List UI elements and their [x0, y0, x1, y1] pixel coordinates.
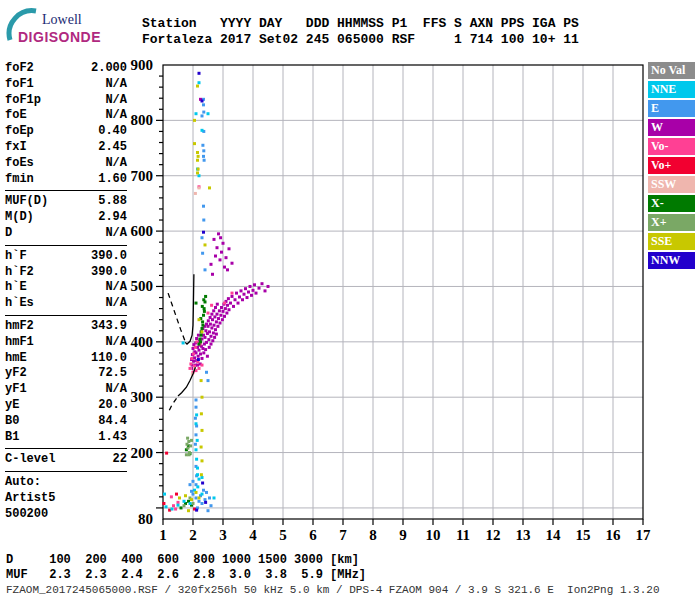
echo-point: [241, 298, 244, 301]
echo-point: [206, 355, 209, 358]
echo-point: [201, 305, 204, 308]
x-tick-label: 12: [486, 527, 501, 543]
legend-item: Vo-: [648, 138, 695, 155]
echo-point: [215, 333, 218, 336]
echo-point: [201, 502, 204, 505]
echo-point: [189, 444, 192, 447]
echo-point: [214, 255, 217, 258]
echo-point: [222, 242, 225, 245]
echo-point: [207, 312, 210, 315]
legend-item: NNE: [648, 81, 695, 98]
echo-point: [195, 413, 198, 416]
echo-point: [202, 155, 205, 158]
x-tick-label: 16: [606, 527, 622, 543]
echo-point: [201, 482, 204, 485]
echo-point: [196, 473, 199, 476]
echo-point: [196, 439, 199, 442]
y-tick-label: 300: [131, 389, 154, 405]
echo-point: [203, 310, 206, 313]
echo-point: [195, 422, 198, 425]
echo-point: [210, 304, 213, 307]
echo-point: [195, 448, 198, 451]
y-tick-label: 900: [131, 57, 154, 73]
echo-point: [210, 335, 213, 338]
echo-point: [171, 508, 174, 511]
x-tick-label: 8: [369, 527, 377, 543]
echo-point: [204, 268, 207, 271]
echo-point: [202, 489, 205, 492]
echo-point: [212, 309, 215, 312]
y-tick-label: 600: [131, 223, 154, 239]
echo-point: [201, 144, 204, 147]
echo-point: [177, 501, 180, 504]
legend-item: No Val: [648, 62, 695, 79]
x-tick-label: 9: [399, 527, 407, 543]
echo-point: [189, 502, 192, 505]
file-info-line: FZAOM_2017245065000.RSF / 320fx256h 50 k…: [6, 584, 660, 596]
echo-point: [204, 243, 207, 246]
echo-point: [210, 263, 213, 266]
echo-point: [189, 362, 192, 365]
y-tick-label: 200: [131, 445, 154, 461]
echo-point: [220, 251, 223, 254]
echo-point: [231, 295, 234, 298]
echo-point: [231, 292, 234, 295]
echo-point: [197, 168, 200, 171]
dmuf-table: D 100 200 400 600 800 1000 1500 3000 [km…: [6, 553, 366, 583]
echo-point: [250, 294, 253, 297]
artist-extrapolated-lower: [168, 398, 176, 412]
echo-point: [211, 273, 214, 276]
ionogram-plot: 9008007006005004003002008012345678910111…: [0, 0, 700, 600]
echo-point: [196, 85, 199, 88]
echo-point: [205, 371, 208, 374]
echo-point: [201, 114, 204, 117]
echo-point: [194, 417, 197, 420]
echo-point: [209, 316, 212, 319]
y-tick-label: 80: [138, 511, 153, 527]
echo-point: [226, 304, 229, 307]
echo-point: [216, 246, 219, 249]
echo-point: [190, 439, 193, 442]
echo-point: [202, 149, 205, 152]
echo-point: [225, 256, 228, 259]
echo-point: [194, 192, 197, 195]
x-tick-label: 10: [426, 527, 441, 543]
echo-point: [177, 504, 180, 507]
echo-point: [215, 320, 218, 323]
echo-point: [210, 504, 213, 507]
echo-point: [198, 349, 201, 352]
echo-point: [201, 429, 204, 432]
echo-point: [198, 174, 201, 177]
echo-point: [198, 318, 201, 321]
x-tick-label: 5: [279, 527, 287, 543]
echo-point: [204, 348, 207, 351]
echo-point: [195, 433, 198, 436]
echo-point: [210, 326, 213, 329]
echo-point: [205, 323, 208, 326]
x-tick-label: 1: [159, 527, 167, 543]
echo-point: [235, 292, 238, 295]
echo-point: [188, 453, 191, 456]
echo-point: [243, 293, 246, 296]
echo-point: [192, 493, 195, 496]
echo-point: [255, 292, 258, 295]
echo-point: [198, 500, 201, 503]
echo-point: [207, 509, 210, 512]
artist-extrapolated-upper: [168, 293, 185, 341]
echo-point: [219, 322, 222, 325]
echo-point: [220, 306, 223, 309]
echo-point: [204, 329, 207, 332]
legend-item: W: [648, 119, 695, 136]
echo-point: [198, 496, 201, 499]
echo-point: [196, 151, 199, 154]
echo-point: [201, 493, 204, 496]
echo-point: [201, 459, 204, 462]
echo-point: [194, 443, 197, 446]
echo-point: [213, 315, 216, 318]
x-tick-label: 4: [249, 527, 257, 543]
echo-point: [197, 334, 200, 337]
echo-point: [229, 302, 232, 305]
echo-point: [201, 324, 204, 327]
echo-point: [219, 314, 222, 317]
echo-point: [210, 343, 213, 346]
